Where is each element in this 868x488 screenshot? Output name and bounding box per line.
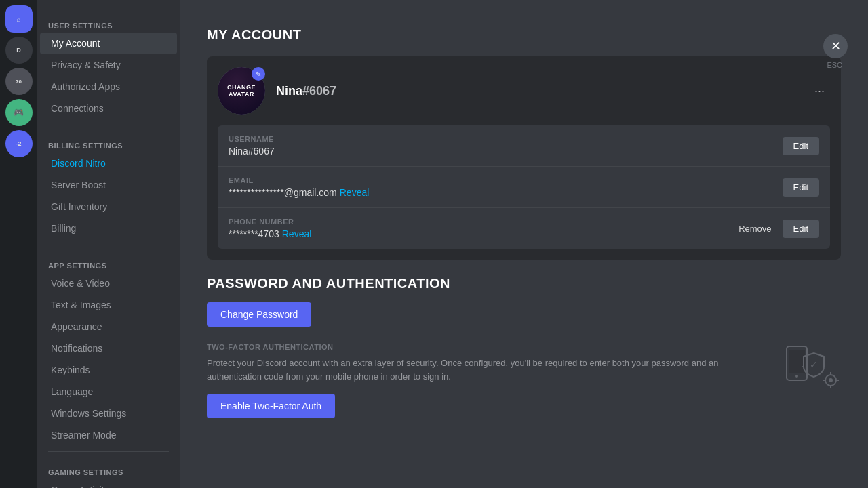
username-value: Nina#6067 [229, 146, 783, 157]
enable-two-fa-button[interactable]: Enable Two-Factor Auth [207, 394, 335, 418]
sidebar-item-text-images[interactable]: Text & Images [40, 294, 177, 316]
sidebar-item-voice-video[interactable]: Voice & Video [40, 272, 177, 294]
change-avatar-text: CHANGEAVATAR [227, 84, 256, 98]
server-icon-4[interactable]: -2 [5, 130, 33, 157]
account-card: CHANGEAVATAR ✎ Nina#6067 ··· USERNAME Ni… [207, 56, 841, 260]
divider-3 [48, 451, 169, 452]
email-label: EMAIL [229, 176, 783, 184]
password-section-title: PASSWORD AND AUTHENTICATION [207, 276, 841, 291]
svg-rect-1 [789, 350, 805, 373]
phone-field-row: PHONE NUMBER ********4703Reveal Remove E… [218, 208, 830, 249]
server-icon-1[interactable]: D [5, 37, 33, 64]
username-field-info: USERNAME Nina#6067 [229, 135, 783, 157]
sidebar-item-language[interactable]: Language [40, 381, 177, 403]
user-settings-label: USER SETTINGS [37, 11, 180, 33]
phone-label: PHONE NUMBER [229, 218, 733, 226]
sidebar-item-discord-nitro[interactable]: Discord Nitro [40, 152, 177, 174]
page-title: MY ACCOUNT [207, 27, 841, 43]
phone-remove-button[interactable]: Remove [733, 220, 776, 238]
billing-settings-label: BILLING SETTINGS [37, 131, 180, 152]
divider-1 [48, 125, 169, 125]
sidebar-item-streamer-mode[interactable]: Streamer Mode [40, 424, 177, 446]
email-field-info: EMAIL ***************@gmail.comReveal [229, 176, 783, 198]
username-label: USERNAME [229, 135, 783, 143]
sidebar-item-appearance[interactable]: Appearance [40, 316, 177, 338]
username: Nina#6067 [276, 84, 336, 98]
phone-actions: Remove Edit [733, 220, 819, 238]
account-fields: USERNAME Nina#6067 Edit EMAIL **********… [218, 125, 830, 249]
esc-label: ESC [827, 61, 842, 69]
two-fa-svg: ✓ [766, 343, 841, 397]
sidebar-item-my-account[interactable]: My Account [40, 33, 177, 54]
username-display: Nina#6067 [276, 84, 336, 98]
gaming-settings-label: GAMING SETTINGS [37, 458, 180, 479]
divider-2 [48, 245, 169, 245]
username-field-row: USERNAME Nina#6067 Edit [218, 125, 830, 167]
email-reveal-link[interactable]: Reveal [340, 187, 370, 198]
server-icon-3[interactable]: 🎮 [5, 99, 33, 126]
email-actions: Edit [783, 178, 819, 197]
phone-edit-button[interactable]: Edit [783, 220, 819, 238]
sidebar-item-privacy-safety[interactable]: Privacy & Safety [40, 54, 177, 76]
sidebar-item-game-activity[interactable]: Game Activity [40, 479, 177, 488]
sidebar-item-authorized-apps[interactable]: Authorized Apps [40, 76, 177, 98]
password-section: PASSWORD AND AUTHENTICATION Change Passw… [207, 276, 841, 418]
two-fa-content: TWO-FACTOR AUTHENTICATION Protect your D… [207, 343, 753, 418]
svg-point-2 [795, 375, 798, 378]
avatar-edit-icon: ✎ [252, 67, 265, 81]
email-field-row: EMAIL ***************@gmail.comReveal Ed… [218, 167, 830, 208]
server-icon-2[interactable]: 70 [5, 68, 33, 95]
email-value: ***************@gmail.comReveal [229, 187, 783, 198]
sidebar-item-gift-inventory[interactable]: Gift Inventory [40, 196, 177, 218]
two-fa-label: TWO-FACTOR AUTHENTICATION [207, 343, 753, 351]
phone-field-info: PHONE NUMBER ********4703Reveal [229, 218, 733, 239]
two-fa-illustration: ✓ [766, 343, 841, 397]
sidebar-item-keybinds[interactable]: Keybinds [40, 359, 177, 381]
two-fa-section: TWO-FACTOR AUTHENTICATION Protect your D… [207, 343, 841, 418]
close-button[interactable]: ✕ [823, 34, 848, 58]
username-actions: Edit [783, 137, 819, 155]
app-settings-label: APP SETTINGS [37, 251, 180, 272]
sidebar-item-connections[interactable]: Connections [40, 98, 177, 119]
email-edit-button[interactable]: Edit [783, 178, 819, 197]
main-content: MY ACCOUNT CHANGEAVATAR ✎ Nina#6067 ··· [180, 0, 868, 488]
avatar-wrapper[interactable]: CHANGEAVATAR ✎ [218, 67, 265, 115]
account-header: CHANGEAVATAR ✎ Nina#6067 ··· [218, 67, 830, 115]
sidebar-item-notifications[interactable]: Notifications [40, 338, 177, 359]
server-panel: ⌂ D 70 🎮 -2 [0, 0, 37, 488]
sidebar-item-billing[interactable]: Billing [40, 218, 177, 239]
change-password-button[interactable]: Change Password [207, 302, 311, 327]
phone-value: ********4703Reveal [229, 228, 733, 239]
svg-point-6 [829, 378, 833, 382]
phone-reveal-link[interactable]: Reveal [282, 228, 312, 239]
sidebar-item-server-boost[interactable]: Server Boost [40, 174, 177, 196]
sidebar: USER SETTINGS My Account Privacy & Safet… [37, 0, 180, 488]
svg-text:✓: ✓ [810, 359, 818, 370]
username-edit-button[interactable]: Edit [783, 137, 819, 155]
more-options-button[interactable]: ··· [809, 81, 830, 101]
server-icon-home[interactable]: ⌂ [5, 5, 33, 33]
two-fa-description: Protect your Discord account with an ext… [207, 357, 753, 383]
sidebar-item-windows-settings[interactable]: Windows Settings [40, 403, 177, 424]
